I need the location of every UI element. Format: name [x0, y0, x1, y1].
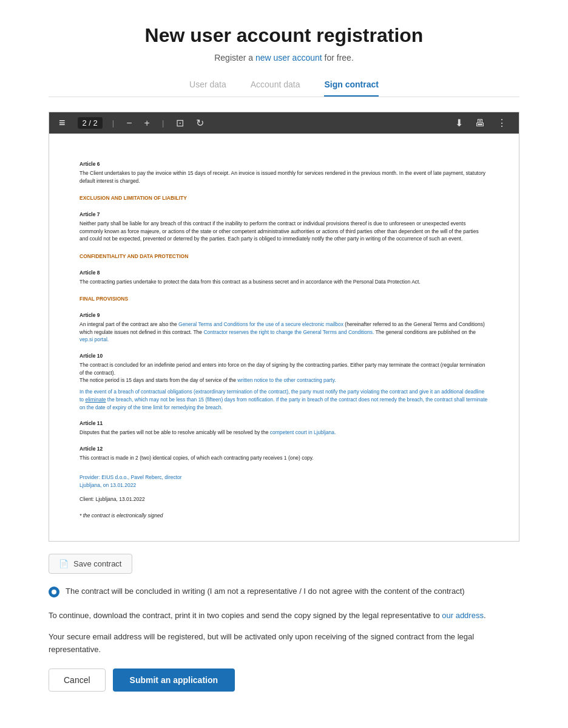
article-10-body-1: The contract is concluded for an indefin…	[79, 361, 489, 384]
pdf-toolbar-right: ⬇ 🖶 ⋮	[453, 116, 509, 130]
article-7-title: Article 7	[79, 211, 489, 219]
article-11: Article 11 Disputes that the parties wil…	[79, 420, 489, 437]
submit-application-button[interactable]: Submit an application	[113, 668, 235, 692]
download-button[interactable]: ⬇	[453, 116, 465, 130]
zoom-out-button[interactable]: −	[124, 117, 134, 130]
tab-sign-contract[interactable]: Sign contract	[324, 80, 378, 97]
article-11-title: Article 11	[79, 420, 489, 427]
save-contract-icon: 📄	[59, 559, 69, 568]
radio-section: The contract will be concluded in writin…	[49, 586, 519, 597]
save-contract-label: Save contract	[73, 559, 122, 568]
client-info: Client: Ljubljana, 13.01.2022	[79, 495, 489, 503]
article-7: EXCLUSION AND LIMITATION OF LIABILITY Ar…	[79, 194, 489, 243]
article-7-heading: EXCLUSION AND LIMITATION OF LIABILITY	[79, 194, 489, 202]
article-9-heading: FINAL PROVISIONS	[79, 295, 489, 303]
article-10-title: Article 10	[79, 352, 489, 360]
page-subtitle: Register a new user account for free.	[49, 53, 519, 63]
article-7-body: Neither party shall be liable for any br…	[79, 220, 489, 243]
tab-user-data[interactable]: User data	[189, 80, 226, 97]
fit-button[interactable]: ⊡	[174, 116, 186, 130]
article-10: Article 10 The contract is concluded for…	[79, 352, 489, 411]
article-11-body: Disputes that the parties will not be ab…	[79, 429, 489, 437]
article-10-body-2: In the event of a breach of contractual …	[79, 388, 489, 411]
article-9-body: An integral part of the contract are als…	[79, 321, 489, 344]
pdf-viewer: ≡ 2 / 2 | − + | ⊡ ↻ ⬇ 🖶 ⋮ Article 6 The …	[49, 112, 519, 542]
tabs: User data Account data Sign contract	[49, 80, 519, 97]
info-line-1-text: To continue, download the contract, prin…	[49, 611, 442, 620]
info-line-2: Your secure email address will be regist…	[49, 631, 519, 656]
tab-account-data[interactable]: Account data	[251, 80, 300, 97]
article-8-heading: CONFIDENTIALITY AND DATA PROTECTION	[79, 253, 489, 260]
article-9: FINAL PROVISIONS Article 9 An integral p…	[79, 295, 489, 344]
zoom-in-button[interactable]: +	[142, 117, 152, 130]
article-6-body: The Client undertakes to pay the invoice…	[79, 169, 489, 185]
radio-label: The contract will be concluded in writin…	[66, 586, 465, 597]
page-title: New user account registration	[49, 24, 519, 47]
subtitle-link[interactable]: new user account	[255, 53, 322, 63]
pdf-content[interactable]: Article 6 The Client undertakes to pay t…	[49, 134, 519, 541]
our-address-link[interactable]: our address	[442, 611, 484, 620]
article-8-title: Article 8	[79, 269, 489, 277]
article-12: Article 12 This contract is made in 2 (t…	[79, 445, 489, 462]
provider-info: Provider: EIUS d.o.o., Pavel Reberc, dir…	[79, 474, 489, 489]
info-line-1-end: .	[484, 611, 486, 620]
article-12-title: Article 12	[79, 445, 489, 453]
button-row: Cancel Submit an application	[49, 668, 519, 692]
pdf-toolbar: ≡ 2 / 2 | − + | ⊡ ↻ ⬇ 🖶 ⋮	[49, 112, 519, 134]
article-12-body: This contract is made in 2 (two) identic…	[79, 454, 489, 462]
more-button[interactable]: ⋮	[495, 116, 509, 130]
article-6-title: Article 6	[79, 160, 489, 168]
subtitle-mid: for free.	[322, 53, 354, 63]
article-9-title: Article 9	[79, 311, 489, 319]
rotate-button[interactable]: ↻	[194, 116, 206, 130]
signing-block: Provider: EIUS d.o.o., Pavel Reberc, dir…	[79, 474, 489, 519]
page-indicator: 2 / 2	[78, 117, 103, 129]
electronic-sign-note: * the contract is electronically signed	[79, 512, 489, 520]
print-button[interactable]: 🖶	[473, 117, 487, 130]
article-8: CONFIDENTIALITY AND DATA PROTECTION Arti…	[79, 253, 489, 285]
radio-writing-button[interactable]	[49, 587, 59, 597]
info-line-1: To continue, download the contract, prin…	[49, 610, 519, 622]
article-6: Article 6 The Client undertakes to pay t…	[79, 160, 489, 185]
article-8-body: The contracting parties undertake to pro…	[79, 278, 489, 286]
cancel-button[interactable]: Cancel	[49, 668, 106, 692]
hamburger-icon[interactable]: ≡	[59, 117, 66, 129]
save-contract-button[interactable]: 📄 Save contract	[49, 554, 132, 574]
subtitle-text: Register a	[214, 53, 255, 63]
